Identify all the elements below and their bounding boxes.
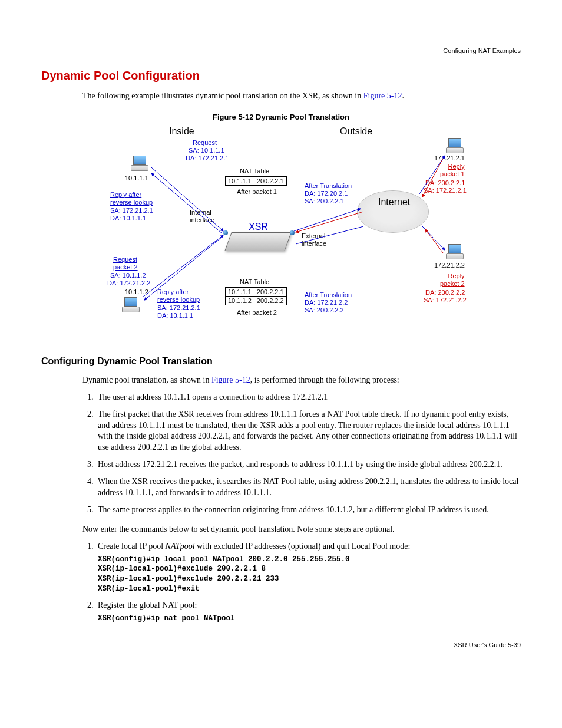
step-5: The same process applies to the connecti… bbox=[95, 505, 521, 516]
step-1: The user at address 10.1.1.1 opens a con… bbox=[95, 392, 521, 403]
process-list: The user at address 10.1.1.1 opens a con… bbox=[82, 392, 521, 516]
intro-suffix: . bbox=[402, 91, 404, 100]
heading-1: Dynamic Pool Configuration bbox=[41, 69, 521, 83]
code-line: XSR(ip-local-pool)#exit bbox=[98, 584, 521, 594]
cmd1-ital: NATpool bbox=[166, 542, 195, 551]
commands-list: Create local IP pool NATpool with exclud… bbox=[82, 541, 521, 624]
step-4: When the XSR receives the packet, it sea… bbox=[95, 476, 521, 499]
step-2: The first packet that the XSR receives f… bbox=[95, 409, 521, 454]
code-line: XSR(config)#ip nat pool NATpool bbox=[98, 614, 521, 624]
cmd-step-1: Create local IP pool NATpool with exclud… bbox=[95, 541, 521, 594]
svg-line-4 bbox=[294, 209, 361, 231]
svg-line-2 bbox=[143, 235, 223, 297]
svg-line-8 bbox=[422, 159, 443, 197]
code-block: XSR(config)#ip local pool NATpool 200.2.… bbox=[98, 555, 521, 595]
svg-line-1 bbox=[151, 173, 222, 233]
figure-5-12: Inside Outside 10.1.1.1 Request SA: 10.1… bbox=[92, 126, 470, 344]
page-header-section: Configuring NAT Examples bbox=[41, 47, 521, 54]
page-footer: XSR User's Guide 5-39 bbox=[41, 641, 521, 648]
figure-link[interactable]: Figure 5-12 bbox=[363, 91, 402, 100]
svg-line-5 bbox=[419, 156, 445, 194]
svg-line-3 bbox=[144, 237, 222, 300]
code-block: XSR(config)#ip nat pool NATpool bbox=[98, 614, 521, 624]
heading-2: Configuring Dynamic Pool Translation bbox=[41, 356, 521, 367]
cmd2-text: Register the global NAT pool: bbox=[98, 601, 197, 610]
cmd-step-2: Register the global NAT pool: XSR(config… bbox=[95, 600, 521, 624]
cmd1-prefix: Create local IP pool bbox=[98, 542, 166, 551]
code-line: XSR(ip-local-pool)#exclude 200.2.2.1 8 bbox=[98, 564, 521, 574]
p3: Now enter the commands below to set dyna… bbox=[82, 524, 521, 535]
p2: Dynamic pool translation, as shown in Fi… bbox=[82, 375, 521, 386]
step-3: Host address 172.21.2.1 receives the pac… bbox=[95, 459, 521, 470]
figure-link[interactable]: Figure 5-12 bbox=[211, 375, 250, 384]
intro-prefix: The following example illustrates dynami… bbox=[82, 91, 363, 100]
intro-paragraph: The following example illustrates dynami… bbox=[82, 91, 521, 102]
arrow-blue bbox=[92, 126, 470, 344]
code-line: XSR(ip-local-pool)#exclude 200.2.2.21 23… bbox=[98, 574, 521, 584]
svg-line-0 bbox=[151, 167, 223, 231]
figure-caption: Figure 5-12 Dynamic Pool Translation bbox=[41, 113, 521, 121]
p2-suffix: , is performed through the following pro… bbox=[250, 375, 399, 384]
code-line: XSR(config)#ip local pool NATpool 200.2.… bbox=[98, 555, 521, 565]
p2-prefix: Dynamic pool translation, as shown in bbox=[82, 375, 211, 384]
cmd1-suffix: with excluded IP addresses (optional) an… bbox=[195, 542, 411, 551]
header-divider bbox=[41, 57, 521, 57]
svg-line-10 bbox=[425, 229, 443, 253]
